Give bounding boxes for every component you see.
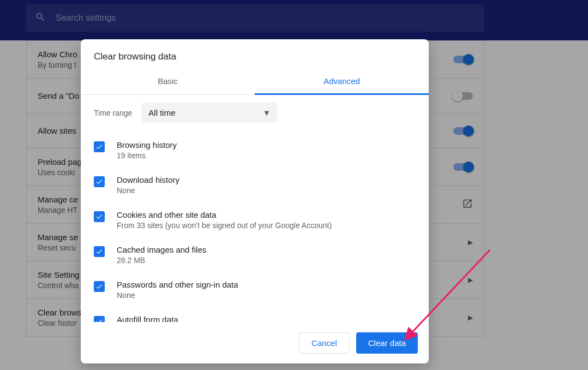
cancel-button[interactable]: Cancel bbox=[299, 332, 350, 354]
clear-browsing-data-dialog: Clear browsing data Basic Advanced Time … bbox=[81, 39, 429, 363]
checklist-item-subtitle: None bbox=[117, 186, 179, 195]
dialog-tabs: Basic Advanced bbox=[81, 69, 429, 95]
checklist-item-title: Passwords and other sign-in data bbox=[117, 280, 238, 289]
dialog-title: Clear browsing data bbox=[81, 39, 429, 69]
checkbox[interactable] bbox=[94, 141, 105, 152]
checklist-item-title: Browsing history bbox=[117, 140, 177, 150]
dialog-footer: Cancel Clear data bbox=[81, 322, 429, 363]
toggle-switch[interactable] bbox=[453, 163, 473, 171]
time-range-label: Time range bbox=[94, 109, 132, 117]
checklist-row[interactable]: Autofill form data bbox=[94, 307, 416, 322]
checkbox[interactable] bbox=[94, 211, 105, 222]
search-settings[interactable] bbox=[26, 4, 484, 32]
checklist-item-title: Autofill form data bbox=[117, 315, 178, 322]
clear-data-button[interactable]: Clear data bbox=[356, 332, 418, 354]
checkbox[interactable] bbox=[94, 246, 105, 257]
toggle-switch[interactable] bbox=[453, 127, 473, 135]
checklist-item-title: Download history bbox=[117, 175, 179, 184]
checklist-item-subtitle: 28.2 MB bbox=[117, 256, 206, 265]
checklist-item-subtitle: From 33 sites (you won't be signed out o… bbox=[117, 221, 332, 230]
checklist-item-title: Cookies and other site data bbox=[117, 210, 332, 219]
caret-down-icon: ▼ bbox=[262, 108, 271, 117]
toggle-switch[interactable] bbox=[453, 56, 473, 63]
dialog-body[interactable]: Time range All time ▼ Browsing history19… bbox=[81, 95, 429, 322]
settings-header bbox=[0, 0, 588, 40]
checkbox[interactable] bbox=[94, 176, 105, 187]
checklist-item-subtitle: None bbox=[117, 291, 238, 300]
tab-basic[interactable]: Basic bbox=[81, 69, 255, 94]
checklist-row[interactable]: Download historyNone bbox=[94, 168, 416, 202]
search-input[interactable] bbox=[56, 13, 476, 23]
chevron-right-icon: ▶ bbox=[468, 238, 473, 246]
chevron-right-icon: ▶ bbox=[468, 276, 473, 284]
checkbox[interactable] bbox=[94, 281, 105, 292]
time-range-row: Time range All time ▼ bbox=[94, 103, 416, 123]
toggle-switch[interactable] bbox=[453, 92, 473, 100]
tab-advanced[interactable]: Advanced bbox=[255, 69, 429, 95]
external-link-icon[interactable] bbox=[462, 198, 473, 211]
checklist-item-subtitle: 19 items bbox=[117, 151, 177, 160]
checklist-item-title: Cached images and files bbox=[117, 245, 206, 254]
search-icon bbox=[35, 11, 46, 25]
time-range-value: All time bbox=[148, 108, 175, 117]
checklist-row[interactable]: Passwords and other sign-in dataNone bbox=[94, 272, 416, 307]
checklist-row[interactable]: Browsing history19 items bbox=[94, 133, 416, 168]
checklist-row[interactable]: Cached images and files28.2 MB bbox=[94, 237, 416, 272]
chevron-right-icon: ▶ bbox=[468, 314, 473, 321]
checklist-row[interactable]: Cookies and other site dataFrom 33 sites… bbox=[94, 202, 416, 237]
time-range-select[interactable]: All time ▼ bbox=[142, 103, 277, 123]
checkbox[interactable] bbox=[94, 316, 105, 322]
